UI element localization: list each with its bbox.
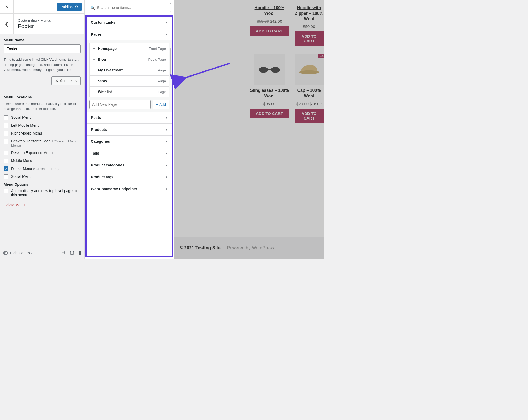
page-item-name: Wishlist xyxy=(98,90,112,94)
caret-down-icon: ▼ xyxy=(165,152,168,155)
svg-rect-3 xyxy=(268,69,271,70)
hide-controls-button[interactable]: ◀ Hide Controls xyxy=(3,251,32,255)
publish-button[interactable]: Publish ⚙ xyxy=(57,3,82,11)
annotation-arrow xyxy=(180,63,232,90)
plus-icon: + xyxy=(93,79,95,83)
location-row[interactable]: ✓Footer Menu (Current: Footer) xyxy=(4,166,81,171)
location-checkbox[interactable] xyxy=(4,174,8,179)
location-checkbox[interactable] xyxy=(4,159,8,163)
product-image xyxy=(254,54,285,85)
breadcrumb: Customizing ▸ Menus xyxy=(18,18,51,22)
footer-controls: ◀ Hide Controls 🖥 ▢ ▮ xyxy=(0,247,84,259)
caret-down-icon: ▼ xyxy=(165,21,168,24)
add-to-cart-button[interactable]: ADD TO CART xyxy=(250,109,289,118)
svg-point-1 xyxy=(259,67,268,73)
tablet-icon[interactable]: ▢ xyxy=(70,250,74,256)
sunglasses-icon xyxy=(258,61,281,77)
add-items-panel: 🔍 Custom Links▼ Pages▲ +HomepageFront Pa… xyxy=(85,0,174,259)
plus-icon: + xyxy=(93,46,95,51)
location-checkbox[interactable]: ✓ xyxy=(4,166,8,171)
auto-add-checkbox[interactable] xyxy=(4,189,8,193)
location-checkbox[interactable] xyxy=(4,131,8,136)
new-page-input[interactable] xyxy=(89,100,151,109)
accordion-custom-links[interactable]: Custom Links▼ xyxy=(87,17,172,28)
page-item[interactable]: +BlogPosts Page xyxy=(89,54,169,65)
location-row[interactable]: Desktop Expanded Menu xyxy=(4,151,81,155)
scrollbar[interactable] xyxy=(170,48,171,77)
accordion-posts[interactable]: Posts▼ xyxy=(87,112,172,124)
accordion-tags[interactable]: Tags▼ xyxy=(87,147,172,159)
customizer-sidebar: ✕ Publish ⚙ ❮ Customizing ▸ Menus Footer… xyxy=(0,0,85,259)
page-item-type: Page xyxy=(158,79,166,83)
svg-line-0 xyxy=(185,63,230,78)
page-title: Footer xyxy=(18,23,51,29)
page-item[interactable]: +My LivestreamPage xyxy=(89,65,169,75)
plus-icon: + xyxy=(93,89,95,94)
page-item[interactable]: +HomepageFront Page xyxy=(89,43,169,54)
location-checkbox[interactable] xyxy=(4,115,8,120)
accordion-product-categories[interactable]: Product categories▼ xyxy=(87,159,172,171)
sidebar-header: ✕ Publish ⚙ xyxy=(0,0,84,14)
product-title[interactable]: Hoodie – 100% Wool xyxy=(250,5,289,16)
accordion-wc-endpoints[interactable]: WooCommerce Endpoints▼ xyxy=(87,183,172,195)
location-checkbox[interactable] xyxy=(4,123,8,128)
location-label: Social Menu xyxy=(11,115,31,120)
auto-add-label: Automatically add new top-level pages to… xyxy=(11,189,81,197)
preview-pane: Hoodie – 100% Wool$50.00$42.00ADD TO CAR… xyxy=(174,0,324,259)
caret-up-icon: ▲ xyxy=(165,33,168,36)
product-title[interactable]: Hoodie with Zipper – 100% Wool xyxy=(295,5,324,22)
caret-down-icon: ▼ xyxy=(165,140,168,143)
product-title[interactable]: Sunglasses – 100% Wool xyxy=(250,88,289,99)
page-item-name: Blog xyxy=(98,57,106,61)
product-price: $50.00 xyxy=(303,24,315,29)
plus-icon: + xyxy=(156,102,158,107)
accordion-pages[interactable]: Pages▲ xyxy=(87,28,172,40)
sale-badge: SA xyxy=(318,54,324,58)
breadcrumb-row: ❮ Customizing ▸ Menus Footer xyxy=(0,14,84,34)
product-card: Hoodie – 100% Wool$50.00$42.00ADD TO CAR… xyxy=(250,5,289,46)
page-item-name: Homepage xyxy=(98,46,117,51)
caret-down-icon: ▼ xyxy=(165,164,168,167)
location-label: Right Mobile Menu xyxy=(11,131,42,135)
location-row[interactable]: Left Mobile Menu xyxy=(4,123,81,128)
accordion-products[interactable]: Products▼ xyxy=(87,124,172,136)
location-label: Mobile Menu xyxy=(11,159,32,163)
add-page-button[interactable]: + Add xyxy=(153,100,169,109)
pages-body: +HomepageFront Page+BlogPosts Page+My Li… xyxy=(87,40,172,112)
mobile-icon[interactable]: ▮ xyxy=(78,250,81,256)
product-card: Sunglasses – 100% Wool$95.00ADD TO CART xyxy=(250,54,289,123)
desktop-icon[interactable]: 🖥 xyxy=(61,250,66,256)
add-to-cart-button[interactable]: ADD TO CART xyxy=(295,31,324,46)
location-row[interactable]: Mobile Menu xyxy=(4,159,81,163)
menu-name-input[interactable] xyxy=(4,44,81,53)
location-row[interactable]: Right Mobile Menu xyxy=(4,131,81,136)
back-button[interactable]: ❮ xyxy=(0,14,14,34)
menu-locations-desc: Here's where this menu appears. If you'd… xyxy=(4,101,81,112)
page-item-name: Story xyxy=(98,79,107,83)
location-row[interactable]: Social Menu xyxy=(4,174,81,179)
auto-add-row[interactable]: Automatically add new top-level pages to… xyxy=(4,189,81,197)
add-to-cart-button[interactable]: ADD TO CART xyxy=(295,109,324,123)
delete-menu-link[interactable]: Delete Menu xyxy=(4,203,25,207)
accordion-categories[interactable]: Categories▼ xyxy=(87,136,172,147)
cap-icon xyxy=(297,61,321,77)
menu-locations-heading: Menu Locations xyxy=(4,95,81,99)
page-item[interactable]: +StoryPage xyxy=(89,75,169,86)
location-checkbox[interactable] xyxy=(4,151,8,155)
accordion-product-tags[interactable]: Product tags▼ xyxy=(87,171,172,183)
gear-icon: ⚙ xyxy=(75,5,78,9)
location-row[interactable]: Desktop Horizontal Menu (Current: Main M… xyxy=(4,139,81,147)
close-button[interactable]: ✕ xyxy=(0,0,14,14)
menu-options-heading: Menu Options xyxy=(4,182,81,187)
add-items-button[interactable]: ✕ Add Items xyxy=(51,76,81,85)
page-item[interactable]: +WishlistPage xyxy=(89,86,169,97)
product-title[interactable]: Cap – 100% Wool xyxy=(295,88,324,99)
location-row[interactable]: Social Menu xyxy=(4,115,81,120)
location-checkbox[interactable] xyxy=(4,139,8,144)
powered-by-text: Powered by WordPress xyxy=(227,245,274,251)
add-to-cart-button[interactable]: ADD TO CART xyxy=(250,26,289,36)
sidebar-body: Menu Name Time to add some links! Click … xyxy=(0,34,84,247)
svg-point-2 xyxy=(271,67,280,73)
search-input[interactable] xyxy=(88,3,171,12)
svg-point-4 xyxy=(299,70,319,74)
